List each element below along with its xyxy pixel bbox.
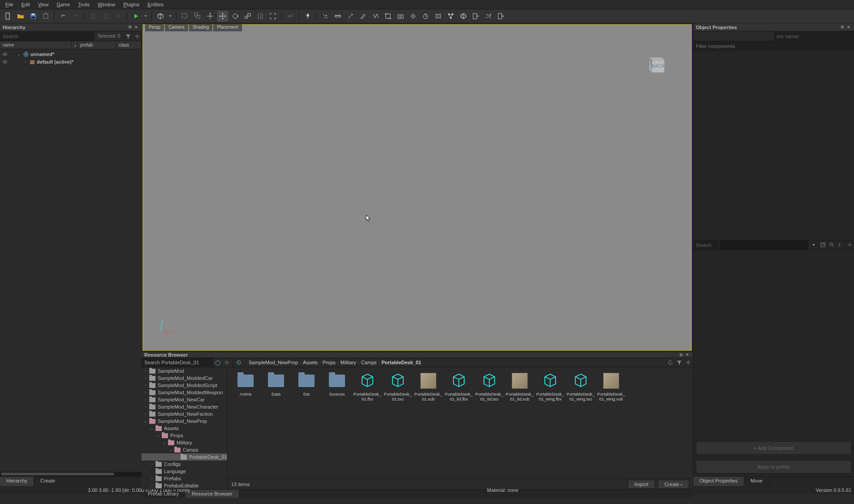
- crumb[interactable]: Military: [341, 360, 356, 365]
- resource-item[interactable]: PortableDesk_01_lid.xob: [505, 370, 535, 404]
- hierarchy-search-input[interactable]: [0, 32, 94, 41]
- frame-tool[interactable]: [267, 11, 278, 22]
- snap-tool[interactable]: [255, 11, 266, 22]
- tab-resource-browser[interactable]: Resource Browser: [185, 490, 239, 498]
- timer-tool[interactable]: [420, 11, 431, 22]
- resource-search-input[interactable]: [142, 358, 213, 367]
- resource-item[interactable]: Data: [261, 370, 291, 404]
- menu-file[interactable]: File: [2, 1, 17, 8]
- resource-tree-item[interactable]: ⌄Props: [142, 432, 227, 439]
- vp-tab-placement[interactable]: Placement: [213, 24, 242, 31]
- screenshot-tool[interactable]: [395, 11, 406, 22]
- resource-item[interactable]: PortableDesk_01_wing.fbx: [535, 370, 565, 404]
- panel-close-icon[interactable]: ✕: [685, 352, 690, 358]
- crumb[interactable]: SampleMod_NewProp: [249, 360, 298, 365]
- filter-components-input[interactable]: [693, 41, 854, 51]
- resource-tree-item[interactable]: ›Configs: [142, 461, 227, 468]
- resource-tree-item[interactable]: ⌄Assets: [142, 425, 227, 432]
- resource-item[interactable]: Anims: [230, 370, 261, 404]
- object-name-field[interactable]: (no name): [774, 31, 854, 41]
- rotate-tool[interactable]: [230, 11, 241, 22]
- random-tool[interactable]: [483, 11, 494, 22]
- globe-tool[interactable]: [458, 11, 469, 22]
- gear-icon[interactable]: [133, 32, 142, 41]
- resource-tree-item[interactable]: ⌄SampleMod_NewProp: [142, 418, 227, 425]
- resource-tree-item[interactable]: ›SampleMod_ModdedCar: [142, 375, 227, 382]
- resource-tree-item[interactable]: ›SampleMod: [142, 367, 227, 375]
- resource-item[interactable]: PortableDesk_01.fbx: [352, 370, 383, 404]
- popout-icon[interactable]: [818, 241, 827, 250]
- play-dropdown[interactable]: [143, 11, 148, 22]
- col-prefab[interactable]: prefab: [78, 41, 116, 49]
- resource-item[interactable]: PortableDesk_01.xob: [413, 370, 444, 404]
- crumb[interactable]: Assets: [303, 360, 318, 365]
- import-tool[interactable]: [470, 11, 481, 22]
- tab-move[interactable]: Move: [744, 477, 769, 486]
- copy-button[interactable]: [88, 11, 99, 22]
- panel-popout-icon[interactable]: ⧉: [678, 352, 684, 358]
- apply-prefab-button[interactable]: Apply to prefab: [696, 460, 851, 474]
- menu-window[interactable]: Window: [94, 1, 119, 8]
- dropdown-icon[interactable]: ▾: [809, 241, 818, 250]
- resource-item[interactable]: PortableDesk_01_lid.txo: [474, 370, 505, 404]
- add-component-button[interactable]: + Add Component: [696, 441, 851, 455]
- create-button[interactable]: Create ▾: [658, 480, 689, 489]
- select-tool[interactable]: [180, 11, 190, 22]
- panel-close-icon[interactable]: ✕: [134, 25, 139, 30]
- resource-item[interactable]: PortableDesk_01_wing.xob: [596, 370, 626, 404]
- particle-tool[interactable]: [320, 11, 331, 22]
- play-button[interactable]: [130, 11, 141, 22]
- resource-item[interactable]: PortableDesk_01_lid.fbx: [444, 370, 474, 404]
- view-cube-gizmo[interactable]: BACK: [644, 52, 673, 81]
- refresh-icon[interactable]: [666, 358, 675, 367]
- col-class[interactable]: class: [116, 41, 142, 49]
- brush-tool[interactable]: [358, 11, 368, 22]
- ruler-tool[interactable]: [332, 11, 343, 22]
- menu-tools[interactable]: Tools: [74, 1, 93, 8]
- cut-button[interactable]: [113, 11, 124, 22]
- resource-tree-item[interactable]: ›PrefabsEditable: [142, 482, 227, 489]
- translate-tool[interactable]: [205, 11, 216, 22]
- open-file-button[interactable]: [15, 11, 26, 22]
- target-icon[interactable]: [234, 358, 243, 367]
- resource-tree-item[interactable]: ›Prefabs: [142, 475, 227, 482]
- terrain-tool[interactable]: [285, 11, 296, 22]
- path-tool[interactable]: [370, 11, 381, 22]
- resource-item[interactable]: Dst: [291, 370, 322, 404]
- mesh-button[interactable]: [155, 11, 166, 22]
- resource-tree-item[interactable]: ›SampleMod_NewFaction: [142, 410, 227, 418]
- tree-view-icon[interactable]: [836, 241, 845, 250]
- gear-icon[interactable]: [684, 358, 693, 367]
- crumb[interactable]: Props: [323, 360, 336, 365]
- select-hierarchy-tool[interactable]: [192, 11, 203, 22]
- paste-button[interactable]: [100, 11, 111, 22]
- import-button[interactable]: Import: [628, 480, 655, 489]
- menu-game[interactable]: Game: [53, 1, 73, 8]
- resource-item[interactable]: PortableDesk_01.txo: [383, 370, 413, 404]
- tab-create[interactable]: Create: [34, 477, 62, 486]
- resource-item[interactable]: Sources: [322, 370, 352, 404]
- resource-tree-item[interactable]: ›SampleMod_NewCar: [142, 396, 227, 403]
- col-name[interactable]: name: [0, 41, 72, 49]
- vp-tab-shading[interactable]: Shading: [189, 24, 213, 31]
- viewport-3d[interactable]: BACK y x: [142, 24, 692, 351]
- tree-row-layer[interactable]: › default (active)*: [0, 58, 142, 65]
- undo-button[interactable]: [58, 11, 69, 22]
- menu-view[interactable]: View: [35, 1, 52, 8]
- visibility-icon[interactable]: [2, 59, 8, 65]
- gear-icon[interactable]: [845, 241, 854, 250]
- resource-tree-item[interactable]: PortableDesk_01: [142, 453, 227, 461]
- search-icon[interactable]: [827, 241, 836, 250]
- hierarchy-scrollbar[interactable]: [0, 472, 142, 476]
- panel-popout-icon[interactable]: ⧉: [127, 25, 133, 30]
- vp-tab-camera[interactable]: Camera: [165, 24, 188, 31]
- props-search-input[interactable]: [693, 241, 719, 250]
- resource-tree-item[interactable]: ›SampleMod_NewCharacter: [142, 403, 227, 410]
- new-file-button[interactable]: [3, 11, 13, 22]
- crumb[interactable]: Camps: [361, 360, 377, 365]
- resource-tree-item[interactable]: ›SampleMod_ModdedWeapon: [142, 389, 227, 396]
- move-tool[interactable]: [217, 11, 228, 22]
- resource-tree-item[interactable]: ⌄Military: [142, 439, 227, 446]
- graph-tool[interactable]: [445, 11, 456, 22]
- expand-icon[interactable]: ›: [22, 60, 28, 64]
